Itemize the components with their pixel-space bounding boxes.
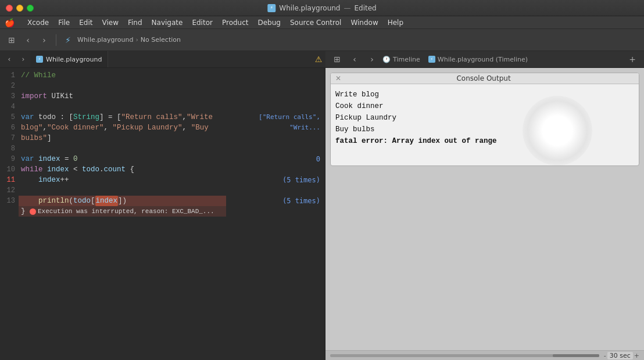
- out-3: [226, 91, 320, 102]
- sec-minus-button[interactable]: -: [604, 352, 606, 359]
- line-num-8: 8: [0, 143, 15, 154]
- title-subtitle: Edited: [354, 4, 376, 12]
- code-line-3: import UIKit: [19, 91, 226, 102]
- maximize-button[interactable]: [27, 5, 34, 12]
- traffic-lights: [6, 5, 34, 12]
- timeline-bar: ⊞ ‹ › 🕐 Timeline ⚡ While.playground (Tim…: [325, 51, 644, 67]
- add-tab-button[interactable]: +: [625, 52, 639, 66]
- code-line-4: [19, 102, 226, 112]
- out-4: [226, 102, 320, 112]
- line-num-2: 2: [0, 81, 15, 91]
- console-scrollbar-track[interactable]: [330, 354, 599, 357]
- line-num-9: 9: [0, 154, 15, 164]
- tabbar: ‹ › ⚡ While.playground ⚠: [0, 51, 325, 67]
- out-5: ["Return calls", "Writ...: [226, 112, 320, 143]
- menu-product[interactable]: Product: [217, 17, 253, 28]
- apple-menu[interactable]: 🍎: [5, 18, 15, 27]
- playground-icon: ⚡: [267, 4, 276, 12]
- menu-help[interactable]: Help: [383, 17, 408, 28]
- console-header: ✕ Console Output: [331, 73, 639, 84]
- line-num-11: 11: [0, 175, 15, 185]
- console-panel: ✕ Console Output Write blog Cook dinner …: [330, 73, 639, 166]
- while-playground-timeline-tab[interactable]: ⚡ While.playground (Timeline): [428, 56, 528, 63]
- out-10: [226, 185, 320, 196]
- code-line-2: [19, 81, 226, 91]
- right-panel: ✕ Console Output Write blog Cook dinner …: [325, 68, 644, 360]
- line-numbers: 1 2 3 4 5 6 7 8 9 10 11 12 13: [0, 68, 19, 360]
- menu-view[interactable]: View: [98, 17, 123, 28]
- line-num-4: 4: [0, 102, 15, 112]
- code-line-7: var index = 0: [19, 154, 226, 164]
- breadcrumb-selection: No Selection: [141, 36, 181, 44]
- code-line-6: [19, 143, 226, 154]
- line-num-7: 7: [0, 133, 15, 143]
- timeline-tab[interactable]: 🕐 Timeline: [382, 56, 420, 63]
- sidebar-toggle-button[interactable]: ⊞: [5, 33, 19, 47]
- sec-plus-button[interactable]: +: [634, 352, 639, 359]
- menu-xcode[interactable]: Xcode: [23, 17, 53, 28]
- window-title: ⚡ While.playground — Edited: [267, 4, 376, 12]
- timeline-visualization: [325, 171, 644, 350]
- console-scrollbar-thumb: [553, 354, 599, 357]
- timeline-label: Timeline: [393, 56, 420, 63]
- sec-controls: - 30 sec +: [604, 352, 639, 359]
- line-num-3: 3: [0, 91, 15, 102]
- code-line-1: // While: [19, 70, 226, 81]
- menu-editor[interactable]: Editor: [187, 17, 217, 28]
- menu-debug[interactable]: Debug: [253, 17, 285, 28]
- timeline-prev-button[interactable]: ‹: [348, 52, 362, 66]
- timeline-file-label: While.playground (Timeline): [438, 56, 528, 63]
- console-line-1: Write blog: [335, 89, 634, 100]
- menu-find[interactable]: Find: [123, 17, 147, 28]
- code-content[interactable]: // While import UIKit var todo : [String…: [19, 68, 226, 360]
- out-8: [226, 164, 320, 175]
- grid-view-button[interactable]: ⊞: [330, 52, 344, 66]
- title-text: While.playground: [279, 4, 340, 12]
- console-bottom-bar: - 30 sec +: [325, 350, 644, 360]
- console-close-button[interactable]: ✕: [335, 74, 341, 82]
- warning-icon[interactable]: ⚠: [312, 52, 325, 66]
- menu-source-control[interactable]: Source Control: [285, 17, 346, 28]
- out-13: [226, 217, 320, 227]
- menu-window[interactable]: Window: [346, 17, 382, 28]
- file-icon[interactable]: ⚡: [61, 33, 75, 47]
- error-message: Execution was interrupted, reason: EXC_B…: [38, 206, 214, 217]
- forward-button[interactable]: ›: [37, 33, 51, 47]
- out-11: (5 times): [226, 196, 320, 206]
- out-12: [226, 206, 320, 217]
- line-num-10: 10: [0, 164, 15, 175]
- code-line-9: index ++: [19, 175, 226, 185]
- nav-back-button[interactable]: ‹: [2, 52, 16, 66]
- line-num-12: 12: [0, 185, 15, 196]
- close-button[interactable]: [6, 5, 13, 12]
- clock-icon: 🕐: [382, 56, 391, 63]
- tab-while-playground[interactable]: ⚡ While.playground: [30, 51, 108, 67]
- out-7: 0: [226, 154, 320, 164]
- line-num-5: 5: [0, 112, 15, 123]
- menu-file[interactable]: File: [53, 17, 74, 28]
- glowing-orb: [523, 96, 592, 165]
- console-line-2: Cook dinner: [335, 100, 634, 112]
- out-1: [226, 70, 320, 81]
- main-area: 1 2 3 4 5 6 7 8 9 10 11 12 13 // While: [0, 68, 644, 360]
- out-9: (5 times): [226, 175, 320, 185]
- editor-pane: 1 2 3 4 5 6 7 8 9 10 11 12 13 // While: [0, 68, 325, 360]
- output-column: ["Return calls", "Writ... 0 (5 times) (5…: [226, 68, 325, 360]
- code-area: 1 2 3 4 5 6 7 8 9 10 11 12 13 // While: [0, 68, 325, 360]
- breadcrumb-sep: ›: [135, 36, 138, 44]
- line-num-6: 6: [0, 123, 15, 133]
- code-line-11: println ( todo [ index ]): [19, 196, 226, 206]
- line-num-13: 13: [0, 196, 15, 206]
- minimize-button[interactable]: [16, 5, 23, 12]
- menubar: 🍎 Xcode File Edit View Find Navigate Edi…: [0, 16, 644, 29]
- nav-forward-button[interactable]: ›: [16, 52, 30, 66]
- toolbar-sep-1: [56, 34, 56, 46]
- breadcrumb-file: While.playground: [77, 36, 133, 44]
- menu-edit[interactable]: Edit: [74, 17, 97, 28]
- tab-playground-icon: ⚡: [36, 56, 43, 63]
- code-line-5: var todo : [String] = ["Return calls","W…: [19, 112, 226, 143]
- timeline-next-button[interactable]: ›: [365, 52, 379, 66]
- back-button[interactable]: ‹: [21, 33, 35, 47]
- menu-navigate[interactable]: Navigate: [147, 17, 188, 28]
- console-title: Console Output: [456, 74, 510, 82]
